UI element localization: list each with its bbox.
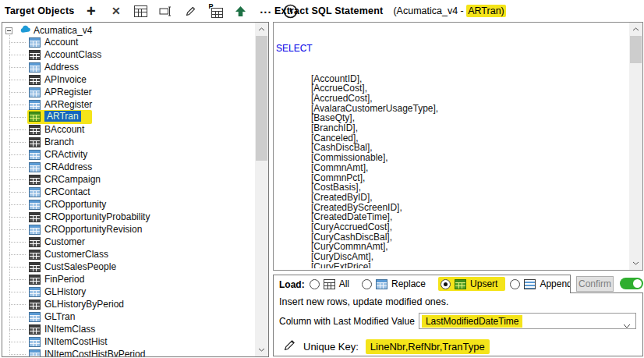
- scroll-up-icon[interactable]: [629, 23, 642, 36]
- tree-item-craddress[interactable]: CRAddress: [2, 161, 255, 173]
- scrollbar-thumb[interactable]: [630, 36, 642, 63]
- tree-item-crcontact[interactable]: CRContact: [2, 186, 255, 198]
- tree-item-label: CROpportunity: [44, 199, 106, 210]
- sql-context-label: (Acumatica_v4 - ARTran): [393, 5, 505, 16]
- table-icon: [29, 300, 41, 310]
- load-option-append[interactable]: Append: [510, 278, 571, 289]
- tree-item-customerclass[interactable]: CustomerClass: [2, 248, 255, 261]
- edit-unique-key-icon[interactable]: [283, 339, 296, 354]
- sql-scrollbar[interactable]: [629, 23, 642, 270]
- acumatica-cloud-icon: [20, 25, 30, 36]
- confirm-button[interactable]: Confirm: [576, 276, 614, 292]
- tree-view[interactable]: Acumatica_v4 AccountAccountClassAddressA…: [2, 23, 255, 356]
- tree-item-crcampaign[interactable]: CRCampaign: [2, 173, 255, 186]
- confirm-area: Confirm: [570, 275, 643, 293]
- table-icon: [29, 137, 41, 147]
- table-icon: [29, 37, 41, 48]
- scroll-up-icon[interactable]: [255, 23, 268, 36]
- load-option-upsert[interactable]: Upsert: [438, 277, 505, 291]
- more-icon[interactable]: ...: [258, 4, 273, 19]
- tree-item-finperiod[interactable]: FinPeriod: [2, 273, 255, 285]
- sql-line: [CuryDiscAmt],: [276, 252, 628, 262]
- tree-item-branch[interactable]: Branch: [2, 136, 255, 148]
- tree-item-cractivity[interactable]: CRActivity: [2, 148, 255, 161]
- tree-item-cropportunityprobability[interactable]: CROpportunityProbability: [2, 211, 255, 223]
- tree-item-label: Address: [44, 62, 79, 73]
- tree-root[interactable]: Acumatica_v4: [2, 25, 255, 36]
- table-icon[interactable]: [133, 4, 148, 19]
- tree-item-cropportunityrevision[interactable]: CROpportunityRevision: [2, 223, 255, 236]
- tree-item-initemclass[interactable]: INItemClass: [2, 323, 255, 335]
- primary-key-table-icon[interactable]: P: [208, 4, 223, 19]
- load-option-label: Upsert: [470, 278, 497, 289]
- target-objects-tree: Acumatica_v4 AccountAccountClassAddressA…: [2, 22, 269, 357]
- table-icon: [29, 212, 41, 222]
- table-icon: [29, 312, 41, 322]
- tree-item-label: Customer: [44, 236, 85, 247]
- sql-line: [CuryAccruedCost],: [276, 222, 628, 232]
- chevron-down-icon[interactable]: [623, 320, 631, 331]
- table-icon: [29, 100, 41, 110]
- left-panel-title: Target Objects: [5, 5, 74, 16]
- scroll-down-icon[interactable]: [255, 343, 268, 356]
- tree-item-cropportunity[interactable]: CROpportunity: [2, 198, 255, 211]
- tree-item-arregister[interactable]: ARRegister: [2, 98, 255, 111]
- last-modified-value: LastModifiedDateTime: [422, 315, 523, 328]
- tree-item-label: CRActivity: [44, 149, 87, 160]
- tree-item-label: CRAddress: [44, 161, 92, 172]
- load-option-all[interactable]: All: [310, 278, 349, 289]
- tree-item-label: CustomerClass: [44, 249, 108, 260]
- tree-item-address[interactable]: Address: [2, 61, 255, 73]
- table-icon: [29, 187, 41, 197]
- radio-replace[interactable]: [362, 279, 372, 289]
- scroll-down-icon[interactable]: [629, 257, 642, 270]
- tree-item-baccount[interactable]: BAccount: [2, 123, 255, 136]
- tree-item-glhistory[interactable]: GLHistory: [2, 285, 255, 298]
- add-icon[interactable]: +: [83, 4, 98, 19]
- highlighted-table-name: ARTran): [466, 5, 506, 17]
- tree-item-glhistorybyperiod[interactable]: GLHistoryByPeriod: [2, 298, 255, 310]
- tree-item-label: APInvoice: [44, 74, 87, 85]
- tree-item-label: ARTran: [44, 111, 81, 122]
- last-modified-combobox[interactable]: LastModifiedDateTime: [419, 313, 636, 329]
- tree-item-customer[interactable]: Customer: [2, 236, 255, 248]
- collapse-expander-icon[interactable]: [5, 27, 12, 34]
- tree-item-apregister[interactable]: APRegister: [2, 86, 255, 98]
- table-icon: [29, 250, 41, 260]
- radio-upsert[interactable]: [441, 279, 451, 289]
- tree-item-initemcosthistbyperiod[interactable]: INItemCostHistByPeriod: [2, 348, 255, 356]
- tree-item-label: CRCampaign: [44, 174, 101, 185]
- upload-icon[interactable]: [233, 4, 248, 19]
- tree-item-custsalespeople[interactable]: CustSalesPeople: [2, 261, 255, 273]
- tree-item-label: INItemCostHist: [44, 336, 108, 347]
- scrollbar-thumb[interactable]: [256, 36, 267, 161]
- load-label: Load:: [279, 279, 305, 290]
- rename-icon[interactable]: [158, 4, 173, 19]
- table-icon: [29, 237, 41, 247]
- tree-scrollbar[interactable]: [255, 23, 268, 356]
- confirm-toggle[interactable]: [620, 278, 643, 289]
- remove-icon[interactable]: ✕: [108, 4, 123, 19]
- tree-item-artran[interactable]: ARTran: [2, 111, 255, 123]
- radio-append[interactable]: [510, 279, 520, 289]
- table-icon: [29, 87, 41, 97]
- tree-item-label: GLHistory: [44, 286, 86, 297]
- tree-item-initemcosthist[interactable]: INItemCostHist: [2, 335, 255, 348]
- radio-all[interactable]: [310, 279, 320, 289]
- tree-item-apinvoice[interactable]: APInvoice: [2, 73, 255, 86]
- sql-text: SELECT [AccountID],[AccrueCost],[Accrued…: [276, 24, 628, 268]
- sql-statement-box[interactable]: SELECT [AccountID],[AccrueCost],[Accrued…: [273, 22, 643, 271]
- tree-item-gltran[interactable]: GLTran: [2, 310, 255, 323]
- unique-key-label: Unique Key:: [303, 341, 359, 353]
- edit-icon[interactable]: [183, 4, 198, 19]
- tree-items: AccountAccountClassAddressAPInvoiceAPReg…: [2, 36, 255, 356]
- load-options: AllReplaceUpsertAppend: [310, 277, 585, 292]
- load-icon-replace: [376, 279, 387, 289]
- sql-line: [CommnAmt],: [276, 163, 628, 173]
- right-panel-title: Extract SQL Statement: [274, 5, 383, 16]
- load-option-replace[interactable]: Replace: [362, 278, 426, 289]
- last-modified-row: Column with Last Modified Value LastModi…: [279, 313, 636, 329]
- tree-item-accountclass[interactable]: AccountClass: [2, 48, 255, 61]
- table-icon: [29, 200, 41, 210]
- tree-item-account[interactable]: Account: [2, 36, 255, 48]
